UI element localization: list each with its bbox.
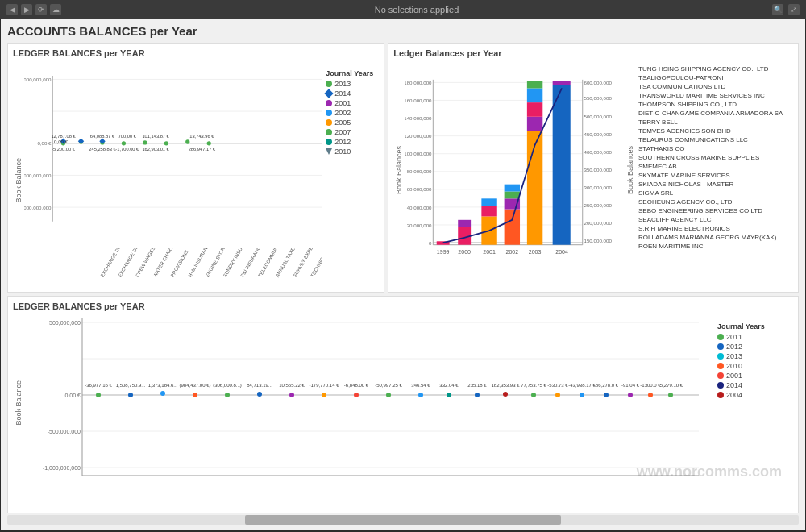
expand-icon[interactable]: ⤢	[788, 4, 800, 15]
legend-item-2007: 2007	[326, 128, 379, 136]
svg-text:77,753.75 €: 77,753.75 €	[521, 383, 546, 388]
svg-point-128	[322, 393, 326, 397]
legend-item-5: DIETIC-CHANGAME COMPANIA ARMADORA SA	[638, 109, 796, 118]
bottom-legend-item-2011: 2011	[717, 333, 793, 341]
right-y-right-label: Book Balances	[626, 146, 634, 194]
svg-text:120,000,000: 120,000,000	[405, 133, 432, 139]
svg-point-138	[475, 393, 480, 397]
svg-point-142	[531, 393, 536, 397]
main-container: ACCOUNTS BALANCES per Year LEDGER BALANC…	[1, 19, 805, 530]
x-axis-labels-left: EXCHANGE DIFFERENCES EXCHANGE DIFFERENCE…	[56, 248, 322, 293]
legend-item-17: SEACLIFF AGENCY LLC	[638, 215, 796, 224]
left-legend-title: Journal Years	[326, 69, 379, 77]
svg-point-13	[122, 141, 126, 145]
cloud-icon[interactable]: ☁	[50, 4, 61, 15]
svg-point-134	[418, 393, 423, 397]
legend-label-2005: 2005	[334, 118, 351, 127]
legend-item-14: SIGMA SRL	[638, 189, 796, 197]
svg-text:500,000,000: 500,000,000	[49, 320, 81, 326]
svg-rect-81	[527, 88, 542, 102]
toolbar-icons[interactable]: ◀ ▶ ⟳ ☁	[6, 4, 61, 15]
svg-text:2003: 2003	[529, 249, 542, 255]
bottom-legend-label-2004: 2004	[726, 391, 742, 399]
svg-text:0,00 €: 0,00 €	[37, 140, 52, 146]
svg-rect-76	[505, 191, 520, 198]
svg-text:300,000,000: 300,000,000	[584, 185, 613, 190]
svg-rect-77	[505, 185, 520, 192]
legend-item-2: TSA COMMUNICATIONS LTD	[638, 82, 796, 91]
svg-text:182,353.93 €: 182,353.93 €	[491, 383, 520, 388]
svg-text:100,000,000: 100,000,000	[405, 151, 432, 156]
svg-text:-50,997.25 €: -50,997.25 €	[375, 383, 402, 388]
svg-text:40,000,000: 40,000,000	[407, 205, 432, 210]
left-top-chart: LEDGER BALANCES per YEAR Book Balance	[7, 43, 384, 293]
svg-text:150,000,000: 150,000,000	[584, 238, 613, 243]
right-top-chart: Ledger Balances per Year Book Balances 1…	[388, 43, 799, 293]
bottom-legend-label-2014: 2014	[726, 381, 742, 389]
legend-item-7: TEMVES AGENCIES SON BHD	[638, 127, 796, 135]
svg-text:-500,000,000: -500,000,000	[48, 429, 81, 434]
svg-text:0,00 €: 0,00 €	[65, 393, 81, 398]
svg-point-124	[257, 392, 262, 397]
bottom-legend-title: Journal Years	[717, 322, 793, 330]
bottom-legend-label-2011: 2011	[726, 333, 742, 341]
svg-point-17	[207, 141, 211, 145]
svg-text:-5,200.00 €: -5,200.00 €	[52, 147, 76, 152]
svg-point-146	[580, 393, 584, 397]
svg-text:-500,000,000,000: -500,000,000,000	[24, 172, 52, 178]
legend-item-3: TRANSWORLD MARITIME SERVICES INC	[638, 91, 796, 100]
legend-item-2005: 2005	[326, 118, 379, 127]
legend-label-2002: 2002	[334, 109, 351, 117]
svg-text:12,787.08 €: 12,787.08 €	[51, 134, 76, 139]
right-y-left-label: Book Balances	[395, 146, 403, 194]
svg-text:286,947.17 €: 286,947.17 €	[189, 147, 216, 152]
top-bar: ◀ ▶ ⟳ ☁ No selections applied 🔍 ⤢	[0, 0, 806, 19]
svg-rect-70	[459, 220, 472, 227]
svg-text:-530.73 €: -530.73 €	[547, 383, 568, 388]
svg-text:-1,000,000,000,000: -1,000,000,000,000	[24, 205, 52, 210]
svg-text:-86,278.0 €: -86,278.0 €	[594, 383, 619, 388]
right-top-chart-title: Ledger Balances per Year	[393, 48, 796, 58]
bottom-legend-item-2010: 2010	[717, 362, 793, 370]
svg-text:1,373,184.6...: 1,373,184.6...	[148, 383, 178, 388]
legend-item-4: THOMPSON SHIPPING CO., LTD	[638, 100, 796, 109]
legend-item-18: S.R.H MARINE ELECTRONICS	[638, 224, 796, 233]
svg-point-132	[386, 393, 391, 397]
svg-text:162,903.01 €: 162,903.01 €	[142, 147, 169, 152]
svg-point-140	[503, 392, 508, 397]
svg-text:332.04 €: 332.04 €	[439, 383, 459, 388]
bottom-legend-label-2013: 2013	[726, 352, 742, 360]
svg-point-126	[289, 393, 294, 397]
search-icon[interactable]: 🔍	[772, 4, 783, 15]
svg-text:200,000,000: 200,000,000	[584, 220, 613, 226]
svg-text:-6,848.00 €: -6,848.00 €	[344, 383, 369, 388]
legend-label-2012: 2012	[334, 138, 351, 146]
forward-icon[interactable]: ▶	[21, 4, 32, 15]
back-icon[interactable]: ◀	[6, 4, 18, 15]
svg-point-122	[225, 393, 230, 397]
legend-item-2012: 2012	[326, 138, 379, 146]
svg-text:400,000,000: 400,000,000	[584, 149, 613, 155]
svg-text:60,000,000: 60,000,000	[407, 186, 432, 192]
svg-text:235.18 €: 235.18 €	[467, 383, 487, 388]
svg-point-152	[648, 393, 653, 397]
legend-label-2007: 2007	[334, 128, 351, 136]
svg-text:-36,977.16 €: -36,977.16 €	[85, 383, 112, 388]
svg-text:-179,770.14 €: -179,770.14 €	[309, 383, 339, 388]
bottom-legend-item-2014: 2014	[717, 381, 793, 389]
refresh-icon[interactable]: ⟳	[35, 4, 47, 15]
legend-item-8: TELAURUS COMMUNICATIONS LLC	[638, 135, 796, 144]
bottom-legend-item-2013: 2013	[717, 352, 793, 360]
legend-item-19: ROLLADAMS MARIANNA GEORG.MAYR(KAK)	[638, 233, 796, 242]
legend-item-11: SMEMEC AB	[638, 162, 796, 171]
scrollbar-thumb[interactable]	[245, 515, 562, 525]
scrollbar[interactable]	[7, 515, 799, 525]
svg-text:160,000,000: 160,000,000	[405, 98, 432, 103]
svg-point-150	[628, 393, 633, 397]
svg-text:20,000,000: 20,000,000	[407, 222, 432, 228]
legend-item-2001: 2001	[326, 99, 379, 107]
svg-text:-1,000,000,000: -1,000,000,000	[43, 465, 81, 471]
bottom-legend-item-2004: 2004	[717, 391, 793, 399]
svg-rect-73	[482, 198, 497, 206]
legend-item-15: SEOHEUNG AGENCY CO., LTD	[638, 197, 796, 206]
